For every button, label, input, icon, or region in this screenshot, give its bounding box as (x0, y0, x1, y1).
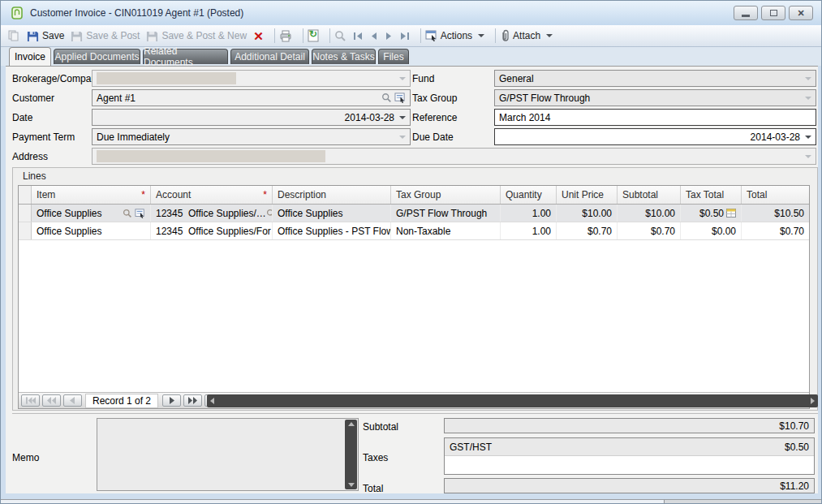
tab-label: Related Documents (144, 45, 227, 68)
record-previous-button[interactable] (63, 394, 82, 407)
open-record-icon[interactable] (135, 209, 145, 218)
print-button[interactable] (279, 30, 292, 42)
fund-field[interactable]: General (494, 70, 816, 87)
nav-previous-icon (370, 32, 378, 41)
record-prev-page-button[interactable] (42, 394, 61, 407)
chevron-down-icon[interactable] (805, 155, 811, 158)
customer-field[interactable]: Agent #1 (92, 89, 411, 106)
column-header-total[interactable]: Total (742, 186, 809, 204)
chevron-down-icon[interactable] (399, 116, 406, 119)
toolbar-separator (420, 28, 421, 43)
date-label: Date (12, 109, 32, 126)
chevron-down-icon[interactable] (399, 136, 406, 139)
chevron-down-icon[interactable] (805, 77, 811, 80)
minimize-button[interactable] (734, 6, 758, 20)
record-next-page-button[interactable] (183, 394, 202, 407)
actions-label: Actions (441, 30, 472, 41)
date-field[interactable]: 2014-03-28 (92, 109, 411, 126)
record-first-button[interactable] (21, 394, 40, 407)
column-header-account[interactable]: Account* (151, 186, 273, 204)
date-value: 2014-03-28 (345, 112, 394, 123)
save-button[interactable]: Save (27, 30, 64, 42)
nav-next-button[interactable] (385, 32, 393, 41)
window-frame (1, 493, 821, 499)
minimize-icon (742, 15, 750, 17)
address-label: Address (12, 148, 48, 165)
subtotal-field: $10.70 (444, 418, 815, 433)
record-next-button[interactable] (162, 394, 181, 407)
column-label: Quantity (506, 189, 542, 200)
table-row[interactable]: Office Supplies 12345 Office Supplies/Fo… (19, 222, 809, 240)
column-header-subtotal[interactable]: Subtotal (618, 186, 681, 204)
title-bar: Customer Invoice - CIN011019 Agent #1 (P… (1, 1, 821, 25)
scroll-right-icon[interactable] (811, 398, 815, 404)
save-post-button[interactable]: Save & Post (71, 30, 140, 42)
toolbar-separator (303, 28, 303, 43)
lookup-icon[interactable] (123, 209, 132, 218)
refresh-document-button[interactable]: ↻ (308, 29, 319, 42)
status-strip-section (665, 500, 821, 504)
memo-scrollbar[interactable] (345, 420, 357, 489)
column-header-tax-group[interactable]: Tax Group (391, 186, 501, 204)
restore-button[interactable] (761, 6, 785, 20)
tab-files[interactable]: Files (378, 49, 409, 64)
column-header-item[interactable]: Item* (32, 186, 151, 204)
open-record-icon[interactable] (394, 93, 406, 103)
horizontal-scrollbar[interactable] (207, 394, 818, 407)
lookup-icon[interactable] (266, 209, 273, 218)
actions-icon (425, 30, 437, 41)
tax-detail-icon[interactable] (726, 209, 736, 218)
nav-last-icon (399, 32, 410, 41)
row-selector[interactable] (19, 205, 32, 222)
cell-tax-group: Non-Taxable (396, 226, 450, 237)
cell-total: $10.50 (774, 208, 804, 219)
scroll-left-icon[interactable] (210, 398, 214, 404)
tab-invoice[interactable]: Invoice (9, 47, 51, 66)
column-label: Account (156, 189, 191, 200)
scroll-down-icon[interactable] (348, 483, 355, 487)
save-post-new-icon (146, 30, 158, 42)
search-button[interactable] (334, 30, 346, 42)
payment-term-field[interactable]: Due Immediately (92, 128, 411, 145)
actions-button[interactable]: Actions (425, 30, 484, 41)
scroll-up-icon[interactable] (348, 422, 355, 426)
toolbar: Save Save & Post Save & Post & New ✕ ↻ (1, 25, 821, 47)
tab-notes-tasks[interactable]: Notes & Tasks (312, 49, 376, 64)
nav-previous-button[interactable] (370, 32, 378, 41)
save-post-new-button[interactable]: Save & Post & New (146, 30, 247, 42)
table-row[interactable]: Office Supplies 12345 Office Supplies/… … (19, 205, 809, 222)
chevron-down-icon[interactable] (805, 97, 811, 100)
tab-related-documents[interactable]: Related Documents (143, 49, 228, 64)
column-header-tax-total[interactable]: Tax Total (681, 186, 742, 204)
cell-subtotal: $10.00 (645, 208, 675, 219)
column-label: Tax Total (686, 189, 724, 200)
due-date-field[interactable]: 2014-03-28 (494, 128, 816, 145)
delete-button[interactable]: ✕ (253, 30, 264, 42)
column-header-unit-price[interactable]: Unit Price (557, 186, 618, 204)
nav-first-button[interactable] (353, 32, 364, 41)
tax-row[interactable]: GST/HST $0.50 (445, 438, 814, 456)
memo-input[interactable] (97, 418, 359, 491)
chevron-down-icon[interactable] (805, 136, 811, 139)
new-document-button[interactable] (7, 29, 20, 42)
lines-section-label: Lines (23, 170, 46, 182)
chevron-down-icon[interactable] (399, 77, 406, 80)
taxes-list[interactable]: GST/HST $0.50 (444, 437, 815, 475)
tax-group-field[interactable]: G/PST Flow Through (494, 89, 816, 106)
reference-field[interactable]: March 2014 (494, 109, 816, 126)
row-selector[interactable] (19, 222, 32, 239)
brokerage-field[interactable] (92, 70, 411, 87)
address-field[interactable] (92, 148, 816, 165)
save-post-icon (71, 30, 83, 42)
column-header-quantity[interactable]: Quantity (501, 186, 557, 204)
tab-additional-detail[interactable]: Additional Detail (230, 49, 309, 64)
lookup-icon[interactable] (381, 93, 392, 103)
search-icon (334, 30, 346, 42)
close-button[interactable]: ✕ (789, 6, 813, 20)
nav-last-button[interactable] (399, 32, 410, 41)
column-header-description[interactable]: Description (273, 186, 391, 204)
due-date-value: 2014-03-28 (751, 131, 800, 143)
cell-total: $0.70 (780, 226, 804, 237)
tab-applied-documents[interactable]: Applied Documents (54, 49, 140, 64)
attach-button[interactable]: Attach (500, 29, 553, 42)
